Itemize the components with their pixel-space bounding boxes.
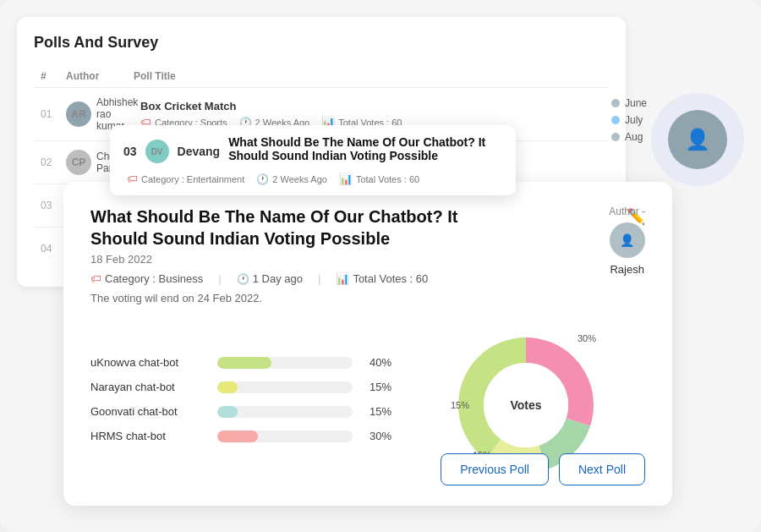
chart-legend-list: June July Aug [611, 97, 647, 143]
detail-time: 🕐 1 Day ago [237, 272, 303, 285]
avatar: CP [66, 150, 91, 175]
legend-label-aug: Aug [625, 131, 643, 143]
top-avatar-icon: 👤 [685, 128, 710, 151]
row-num: 02 [41, 156, 66, 168]
detail-votes: 📊 Total Votes : 60 [336, 272, 428, 285]
top-right-avatar-circle: 👤 [651, 93, 744, 186]
row-num: 04 [41, 243, 66, 255]
voting-ends: The voting wil end on 24 Feb 2022. [90, 292, 645, 304]
bar-container-4 [217, 431, 353, 442]
poll-option-1[interactable]: uKnowva chat-bot 40% [90, 356, 412, 369]
option-pct-2: 15% [361, 381, 391, 393]
donut-center-label: Votes [510, 398, 541, 412]
col-author: Author [66, 70, 134, 82]
legend-dot-aug [611, 133, 620, 141]
votes-icon: 📊 [339, 173, 353, 185]
detail-title: What Should Be The Name Of Our Chatbot? … [90, 206, 496, 250]
tooltip-category: 🏷 Category : Entertainment [127, 173, 244, 185]
poll-option-4[interactable]: HRMS chat-bot 30% [90, 430, 412, 442]
option-pct-4: 30% [361, 430, 391, 442]
tooltip-votes: 📊 Total Votes : 60 [339, 173, 419, 185]
option-label-2: Narayan chat-bot [90, 381, 209, 393]
category-icon: 🏷 [127, 173, 138, 185]
detail-meta: 🏷 Category : Business | 🕐 1 Day ago | 📊 … [90, 272, 645, 285]
category-icon-detail: 🏷 [90, 272, 101, 285]
legend-label-june: June [625, 97, 647, 109]
tooltip-header-row: 03 DV Devang What Should Be The Name Of … [123, 135, 502, 167]
votes-icon-detail: 📊 [336, 272, 349, 285]
option-label-1: uKnowva chat-bot [90, 356, 209, 369]
author-section: Author - 👤 Rajesh [609, 206, 645, 276]
detail-votes-text: Total Votes : 60 [353, 272, 428, 285]
option-pct-3: 15% [361, 405, 391, 418]
row-num: 01 [41, 108, 66, 120]
detail-card: What Should Be The Name Of Our Chatbot? … [63, 182, 672, 506]
legend-item-aug: Aug [611, 131, 647, 143]
bar-container-2 [217, 381, 353, 393]
poll-options: uKnowva chat-bot 40% Narayan chat-bot 15… [90, 356, 412, 454]
tooltip-category-text: Category : Entertainment [141, 174, 244, 184]
bar-container-3 [217, 406, 353, 418]
page-title: Polls And Survey [34, 34, 609, 52]
tooltip-meta: 🏷 Category : Entertainment 🕐 2 Weeks Ago… [127, 173, 502, 185]
poll-name: Box Cricket Match [140, 100, 602, 112]
option-label-4: HRMS chat-bot [90, 430, 209, 442]
donut-label-15a: 15% [451, 400, 469, 410]
nav-buttons: Previous Poll Next Poll [441, 453, 645, 485]
clock-icon-detail: 🕐 [237, 273, 249, 285]
bar-fill-1 [217, 357, 271, 369]
author-label: Author - [609, 206, 645, 217]
avatar: AR [66, 101, 91, 127]
tooltip-votes-text: Total Votes : 60 [356, 174, 419, 184]
detail-category: 🏷 Category : Business [90, 272, 203, 285]
page-container: Polls And Survey # Author Poll Title 01 … [0, 0, 761, 532]
tooltip-author: Devang [178, 145, 221, 158]
detail-date: 18 Feb 2022 [90, 253, 645, 266]
table-header: # Author Poll Title [34, 65, 609, 88]
detail-time-text: 1 Day ago [253, 272, 303, 285]
row-num: 03 [41, 200, 66, 211]
donut-label-30: 30% [578, 333, 596, 343]
clock-icon: 🕐 [256, 173, 269, 185]
tooltip-time: 🕐 2 Weeks Ago [256, 173, 327, 185]
tooltip-time-text: 2 Weeks Ago [272, 174, 327, 184]
previous-poll-button[interactable]: Previous Poll [441, 453, 549, 485]
option-pct-1: 40% [361, 356, 391, 369]
col-title: Poll Title [134, 70, 602, 82]
tooltip-popup: 03 DV Devang What Should Be The Name Of … [110, 125, 516, 195]
legend-label-july: July [625, 114, 643, 126]
bar-container-1 [217, 357, 353, 369]
tooltip-num: 03 [123, 145, 137, 158]
author-avatar: 👤 [610, 222, 645, 258]
sep2: | [318, 272, 320, 285]
detail-header: What Should Be The Name Of Our Chatbot? … [90, 206, 645, 250]
legend-item-july: July [611, 114, 647, 126]
poll-info: Box Cricket Match 🏷 Category : Sports 🕐 … [134, 100, 602, 129]
author-initials: 👤 [620, 233, 634, 247]
col-num: # [41, 70, 66, 82]
legend-dot-june [611, 99, 620, 107]
bar-fill-2 [217, 381, 238, 393]
bar-fill-4 [217, 431, 258, 442]
legend-item-june: June [611, 97, 647, 109]
author-name-detail: Rajesh [610, 263, 643, 276]
next-poll-button[interactable]: Next Poll [559, 453, 645, 485]
poll-option-3[interactable]: Goonvati chat-bot 15% [90, 405, 412, 418]
legend-dot-july [611, 116, 620, 124]
bar-fill-3 [217, 406, 238, 418]
poll-option-2[interactable]: Narayan chat-bot 15% [90, 381, 412, 393]
sep1: | [218, 272, 221, 285]
tooltip-poll-title: What Should Be The Name Of Our Chatbot? … [228, 135, 502, 162]
detail-category-text: Category : Business [105, 272, 203, 285]
tooltip-avatar: DV [145, 140, 169, 163]
option-label-3: Goonvati chat-bot [90, 405, 209, 418]
